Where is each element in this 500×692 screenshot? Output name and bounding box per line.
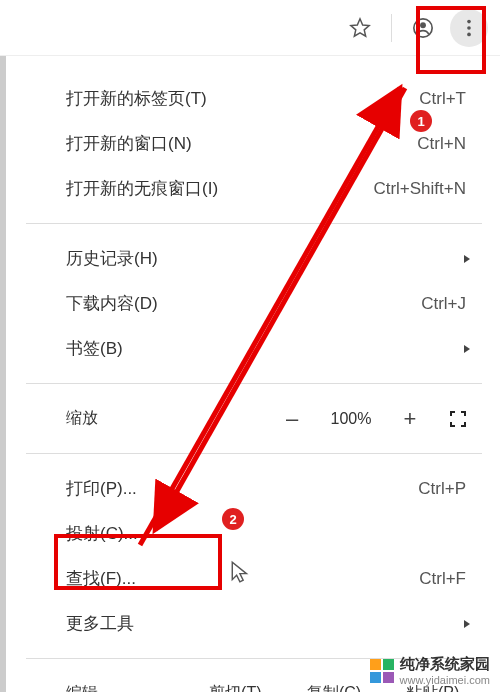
menu-label: 打开新的标签页(T): [66, 87, 419, 110]
menu-label: 历史记录(H): [66, 247, 482, 270]
menu-shortcut: Ctrl+T: [419, 89, 466, 109]
menu-separator: [26, 383, 482, 384]
menu-label: 打开新的窗口(N): [66, 132, 417, 155]
menu-label: 更多工具: [66, 612, 482, 635]
menu-print[interactable]: 打印(P)... Ctrl+P: [66, 466, 482, 511]
menu-label: 书签(B): [66, 337, 482, 360]
menu-shortcut: Ctrl+P: [418, 479, 466, 499]
svg-point-3: [467, 26, 471, 30]
watermark-name: 纯净系统家园: [400, 655, 490, 674]
menu-shortcut: Ctrl+J: [421, 294, 466, 314]
menu-label: 查找(F)...: [66, 567, 419, 590]
svg-point-2: [467, 19, 471, 23]
menu-separator: [26, 453, 482, 454]
toolbar-separator: [391, 14, 392, 42]
menu-downloads[interactable]: 下载内容(D) Ctrl+J: [66, 281, 482, 326]
menu-new-window[interactable]: 打开新的窗口(N) Ctrl+N: [66, 121, 482, 166]
fullscreen-icon[interactable]: [434, 410, 482, 428]
menu-new-incognito[interactable]: 打开新的无痕窗口(I) Ctrl+Shift+N: [66, 166, 482, 211]
watermark-logo-icon: [370, 659, 394, 683]
cut-button[interactable]: 剪切(T): [186, 683, 285, 692]
menu-shortcut: Ctrl+Shift+N: [373, 179, 466, 199]
submenu-arrow-icon: [462, 249, 472, 269]
copy-button[interactable]: 复制(C): [285, 683, 384, 692]
watermark: 纯净系统家园 www.yidaimei.com: [370, 655, 490, 686]
zoom-value: 100%: [316, 410, 386, 428]
profile-icon[interactable]: [404, 9, 442, 47]
chrome-menu: 打开新的标签页(T) Ctrl+T 打开新的窗口(N) Ctrl+N 打开新的无…: [0, 56, 500, 692]
more-menu-icon[interactable]: [450, 9, 488, 47]
zoom-in-button[interactable]: +: [386, 406, 434, 432]
svg-point-1: [420, 22, 426, 28]
menu-separator: [26, 223, 482, 224]
menu-label: 打开新的无痕窗口(I): [66, 177, 373, 200]
submenu-arrow-icon: [462, 614, 472, 634]
watermark-url: www.yidaimei.com: [400, 674, 490, 686]
menu-shortcut: Ctrl+F: [419, 569, 466, 589]
edit-label: 编辑: [66, 683, 186, 692]
svg-point-4: [467, 32, 471, 36]
zoom-out-button[interactable]: –: [268, 406, 316, 432]
submenu-arrow-icon: [462, 339, 472, 359]
menu-new-tab[interactable]: 打开新的标签页(T) Ctrl+T: [66, 76, 482, 121]
bookmark-star-icon[interactable]: [341, 9, 379, 47]
menu-label: 打印(P)...: [66, 477, 418, 500]
menu-label: 下载内容(D): [66, 292, 421, 315]
menu-more-tools[interactable]: 更多工具: [66, 601, 482, 646]
zoom-label: 缩放: [66, 408, 186, 429]
menu-label: 投射(C)...: [66, 522, 482, 545]
menu-zoom: 缩放 – 100% +: [66, 396, 482, 441]
menu-find[interactable]: 查找(F)... Ctrl+F: [66, 556, 482, 601]
menu-cast[interactable]: 投射(C)...: [66, 511, 482, 556]
menu-bookmarks[interactable]: 书签(B): [66, 326, 482, 371]
menu-shortcut: Ctrl+N: [417, 134, 466, 154]
menu-history[interactable]: 历史记录(H): [66, 236, 482, 281]
